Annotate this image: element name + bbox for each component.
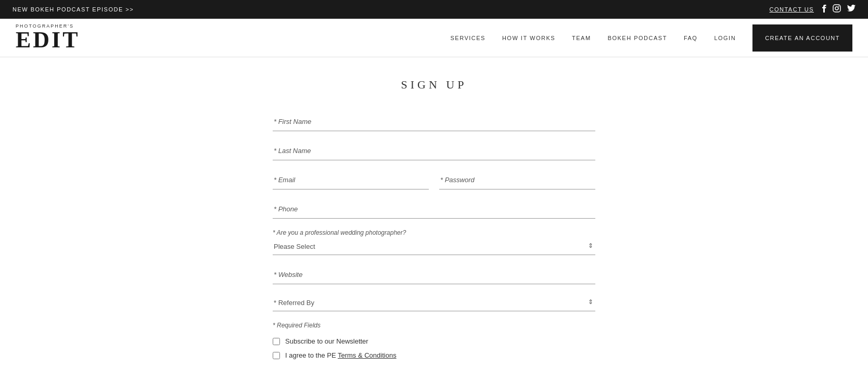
terms-link[interactable]: Terms & Conditions [338, 351, 397, 359]
svg-point-2 [838, 6, 839, 7]
phone-group [273, 200, 595, 219]
instagram-icon[interactable] [833, 4, 841, 15]
first-name-group [273, 112, 595, 131]
nav-how-it-works[interactable]: HOW IT WORKS [502, 35, 555, 41]
password-input[interactable] [439, 171, 595, 189]
top-bar-right: CONTACT US [770, 4, 856, 15]
website-input[interactable] [273, 265, 595, 284]
newsletter-label: Subscribe to our Newsletter [285, 337, 368, 345]
create-account-button[interactable]: CREATE AN ACCOUNT [752, 24, 852, 52]
nav-faq[interactable]: FAQ [684, 35, 698, 41]
terms-label: I agree to the PE Terms & Conditions [285, 351, 397, 359]
professional-select-group: * Are you a professional wedding photogr… [273, 229, 595, 255]
page-title: SIGN UP [273, 78, 595, 92]
nav-login[interactable]: LOGIN [714, 35, 736, 41]
main-nav: SERVICES HOW IT WORKS TEAM BOKEH PODCAST… [450, 24, 852, 52]
logo-main-text: EDIT [16, 29, 80, 52]
website-group [273, 265, 595, 284]
announcement-text: NEW BOKEH PODCAST EPISODE >> [12, 6, 134, 12]
svg-point-1 [835, 7, 838, 10]
professional-select[interactable]: Please Select Yes No [273, 238, 595, 255]
required-note: * Required Fields [273, 322, 595, 329]
email-input[interactable] [273, 171, 429, 189]
professional-label: * Are you a professional wedding photogr… [273, 229, 595, 236]
logo[interactable]: PHOTOGRAPHER'S EDIT [16, 24, 80, 52]
nav-bokeh-podcast[interactable]: BOKEH PODCAST [608, 35, 667, 41]
facebook-icon[interactable] [822, 4, 826, 15]
newsletter-checkbox[interactable] [273, 338, 280, 345]
top-bar: NEW BOKEH PODCAST EPISODE >> CONTACT US [0, 0, 868, 19]
last-name-input[interactable] [273, 142, 595, 160]
last-name-group [273, 142, 595, 160]
header: PHOTOGRAPHER'S EDIT SERVICES HOW IT WORK… [0, 19, 868, 57]
newsletter-checkbox-group: Subscribe to our Newsletter [273, 337, 595, 345]
referred-by-group: * Referred By Google Friend Social Media… [273, 295, 595, 311]
email-password-row [273, 171, 595, 200]
svg-rect-0 [833, 5, 840, 12]
nav-team[interactable]: TEAM [572, 35, 591, 41]
phone-input[interactable] [273, 200, 595, 219]
first-name-input[interactable] [273, 112, 595, 131]
referred-by-select[interactable]: * Referred By Google Friend Social Media [273, 295, 595, 311]
twitter-icon[interactable] [847, 5, 856, 14]
nav-services[interactable]: SERVICES [450, 35, 485, 41]
signup-form: * Are you a professional wedding photogr… [273, 112, 595, 367]
contact-us-link[interactable]: CONTACT US [770, 6, 814, 12]
terms-checkbox-group: I agree to the PE Terms & Conditions [273, 351, 595, 359]
main-content: SIGN UP * Are you a professional wedding… [262, 57, 606, 367]
social-icons [822, 4, 856, 15]
terms-checkbox[interactable] [273, 352, 280, 359]
terms-prefix-text: I agree to the PE [285, 351, 338, 359]
